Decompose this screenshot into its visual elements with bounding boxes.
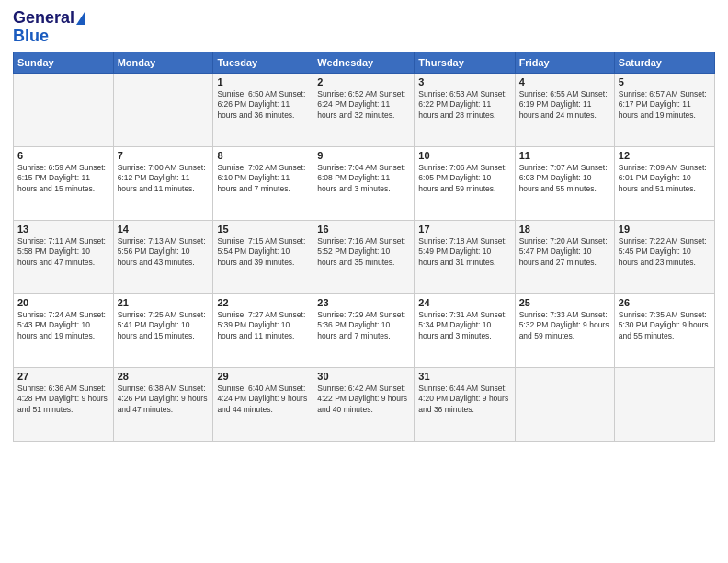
day-info: Sunrise: 6:42 AM Sunset: 4:22 PM Dayligh… xyxy=(317,384,410,415)
day-info: Sunrise: 6:52 AM Sunset: 6:24 PM Dayligh… xyxy=(317,89,410,121)
calendar-header-row: SundayMondayTuesdayWednesdayThursdayFrid… xyxy=(14,52,715,73)
day-info: Sunrise: 7:16 AM Sunset: 5:52 PM Dayligh… xyxy=(317,236,410,268)
day-number: 18 xyxy=(519,224,610,235)
calendar-cell: 28Sunrise: 6:38 AM Sunset: 4:26 PM Dayli… xyxy=(113,367,213,441)
calendar-cell: 2Sunrise: 6:52 AM Sunset: 6:24 PM Daylig… xyxy=(313,73,415,146)
day-info: Sunrise: 7:33 AM Sunset: 5:32 PM Dayligh… xyxy=(519,310,610,341)
calendar-cell: 4Sunrise: 6:55 AM Sunset: 6:19 PM Daylig… xyxy=(515,73,614,146)
calendar-cell: 17Sunrise: 7:18 AM Sunset: 5:49 PM Dayli… xyxy=(415,220,515,293)
day-info: Sunrise: 7:24 AM Sunset: 5:43 PM Dayligh… xyxy=(17,310,109,341)
calendar-cell: 21Sunrise: 7:25 AM Sunset: 5:41 PM Dayli… xyxy=(113,293,213,367)
day-info: Sunrise: 7:11 AM Sunset: 5:58 PM Dayligh… xyxy=(17,236,109,268)
day-info: Sunrise: 7:09 AM Sunset: 6:01 PM Dayligh… xyxy=(619,163,711,194)
day-number: 6 xyxy=(17,150,109,161)
day-info: Sunrise: 7:27 AM Sunset: 5:39 PM Dayligh… xyxy=(217,310,309,341)
day-header-thursday: Thursday xyxy=(415,52,515,73)
day-number: 4 xyxy=(519,76,610,87)
day-number: 21 xyxy=(118,297,210,308)
day-info: Sunrise: 7:29 AM Sunset: 5:36 PM Dayligh… xyxy=(317,310,410,341)
day-number: 29 xyxy=(217,371,309,382)
day-header-tuesday: Tuesday xyxy=(213,52,313,73)
logo-triangle-icon xyxy=(76,12,85,25)
day-info: Sunrise: 7:20 AM Sunset: 5:47 PM Dayligh… xyxy=(519,236,610,268)
day-info: Sunrise: 6:44 AM Sunset: 4:20 PM Dayligh… xyxy=(418,384,510,415)
day-number: 22 xyxy=(217,297,309,308)
calendar-week-4: 20Sunrise: 7:24 AM Sunset: 5:43 PM Dayli… xyxy=(14,293,715,367)
day-number: 8 xyxy=(217,150,309,161)
day-header-wednesday: Wednesday xyxy=(313,52,415,73)
header: General Blue xyxy=(13,9,715,46)
calendar-cell: 30Sunrise: 6:42 AM Sunset: 4:22 PM Dayli… xyxy=(313,367,415,441)
logo: General Blue xyxy=(13,9,85,46)
calendar-cell xyxy=(113,73,213,146)
day-number: 1 xyxy=(217,76,309,87)
calendar-week-5: 27Sunrise: 6:36 AM Sunset: 4:28 PM Dayli… xyxy=(14,367,715,441)
day-info: Sunrise: 6:38 AM Sunset: 4:26 PM Dayligh… xyxy=(118,384,210,415)
day-number: 30 xyxy=(317,371,410,382)
day-number: 9 xyxy=(317,150,410,161)
calendar: SundayMondayTuesdayWednesdayThursdayFrid… xyxy=(13,52,715,442)
calendar-cell: 20Sunrise: 7:24 AM Sunset: 5:43 PM Dayli… xyxy=(14,293,114,367)
day-number: 19 xyxy=(619,224,711,235)
day-number: 10 xyxy=(418,150,510,161)
calendar-cell: 3Sunrise: 6:53 AM Sunset: 6:22 PM Daylig… xyxy=(415,73,515,146)
calendar-week-1: 1Sunrise: 6:50 AM Sunset: 6:26 PM Daylig… xyxy=(14,73,715,146)
calendar-cell: 24Sunrise: 7:31 AM Sunset: 5:34 PM Dayli… xyxy=(415,293,515,367)
calendar-cell: 8Sunrise: 7:02 AM Sunset: 6:10 PM Daylig… xyxy=(213,146,313,220)
day-info: Sunrise: 7:35 AM Sunset: 5:30 PM Dayligh… xyxy=(619,310,711,341)
calendar-cell: 31Sunrise: 6:44 AM Sunset: 4:20 PM Dayli… xyxy=(415,367,515,441)
calendar-cell: 25Sunrise: 7:33 AM Sunset: 5:32 PM Dayli… xyxy=(515,293,614,367)
calendar-cell: 7Sunrise: 7:00 AM Sunset: 6:12 PM Daylig… xyxy=(113,146,213,220)
day-number: 12 xyxy=(619,150,711,161)
day-number: 7 xyxy=(118,150,210,161)
day-info: Sunrise: 6:55 AM Sunset: 6:19 PM Dayligh… xyxy=(519,89,610,121)
day-number: 25 xyxy=(519,297,610,308)
calendar-cell xyxy=(14,73,114,146)
day-number: 23 xyxy=(317,297,410,308)
calendar-cell: 22Sunrise: 7:27 AM Sunset: 5:39 PM Dayli… xyxy=(213,293,313,367)
day-info: Sunrise: 7:00 AM Sunset: 6:12 PM Dayligh… xyxy=(118,163,210,194)
calendar-cell: 1Sunrise: 6:50 AM Sunset: 6:26 PM Daylig… xyxy=(213,73,313,146)
day-header-saturday: Saturday xyxy=(614,52,714,73)
day-info: Sunrise: 6:50 AM Sunset: 6:26 PM Dayligh… xyxy=(217,89,309,121)
day-info: Sunrise: 7:02 AM Sunset: 6:10 PM Dayligh… xyxy=(217,163,309,194)
logo-blue: Blue xyxy=(13,27,49,45)
day-info: Sunrise: 6:36 AM Sunset: 4:28 PM Dayligh… xyxy=(17,384,109,415)
day-info: Sunrise: 7:15 AM Sunset: 5:54 PM Dayligh… xyxy=(217,236,309,268)
calendar-cell: 23Sunrise: 7:29 AM Sunset: 5:36 PM Dayli… xyxy=(313,293,415,367)
day-number: 16 xyxy=(317,224,410,235)
calendar-cell: 15Sunrise: 7:15 AM Sunset: 5:54 PM Dayli… xyxy=(213,220,313,293)
calendar-cell: 16Sunrise: 7:16 AM Sunset: 5:52 PM Dayli… xyxy=(313,220,415,293)
calendar-cell: 5Sunrise: 6:57 AM Sunset: 6:17 PM Daylig… xyxy=(614,73,714,146)
calendar-cell: 29Sunrise: 6:40 AM Sunset: 4:24 PM Dayli… xyxy=(213,367,313,441)
calendar-cell: 27Sunrise: 6:36 AM Sunset: 4:28 PM Dayli… xyxy=(14,367,114,441)
day-number: 13 xyxy=(17,224,109,235)
day-number: 15 xyxy=(217,224,309,235)
day-number: 31 xyxy=(418,371,510,382)
calendar-cell: 26Sunrise: 7:35 AM Sunset: 5:30 PM Dayli… xyxy=(614,293,714,367)
day-info: Sunrise: 6:59 AM Sunset: 6:15 PM Dayligh… xyxy=(17,163,109,194)
calendar-cell xyxy=(614,367,714,441)
day-info: Sunrise: 7:22 AM Sunset: 5:45 PM Dayligh… xyxy=(619,236,711,268)
day-number: 28 xyxy=(118,371,210,382)
calendar-cell: 19Sunrise: 7:22 AM Sunset: 5:45 PM Dayli… xyxy=(614,220,714,293)
calendar-week-2: 6Sunrise: 6:59 AM Sunset: 6:15 PM Daylig… xyxy=(14,146,715,220)
day-info: Sunrise: 7:31 AM Sunset: 5:34 PM Dayligh… xyxy=(418,310,510,341)
day-number: 14 xyxy=(118,224,210,235)
calendar-cell: 18Sunrise: 7:20 AM Sunset: 5:47 PM Dayli… xyxy=(515,220,614,293)
day-info: Sunrise: 6:53 AM Sunset: 6:22 PM Dayligh… xyxy=(418,89,510,121)
logo-area: General Blue xyxy=(13,9,85,46)
day-number: 24 xyxy=(418,297,510,308)
day-info: Sunrise: 7:04 AM Sunset: 6:08 PM Dayligh… xyxy=(317,163,410,194)
calendar-cell: 10Sunrise: 7:06 AM Sunset: 6:05 PM Dayli… xyxy=(415,146,515,220)
day-info: Sunrise: 6:40 AM Sunset: 4:24 PM Dayligh… xyxy=(217,384,309,415)
calendar-cell: 11Sunrise: 7:07 AM Sunset: 6:03 PM Dayli… xyxy=(515,146,614,220)
day-number: 11 xyxy=(519,150,610,161)
day-number: 27 xyxy=(17,371,109,382)
day-number: 17 xyxy=(418,224,510,235)
day-header-monday: Monday xyxy=(113,52,213,73)
calendar-week-3: 13Sunrise: 7:11 AM Sunset: 5:58 PM Dayli… xyxy=(14,220,715,293)
day-number: 26 xyxy=(619,297,711,308)
day-number: 2 xyxy=(317,76,410,87)
day-info: Sunrise: 7:13 AM Sunset: 5:56 PM Dayligh… xyxy=(118,236,210,268)
